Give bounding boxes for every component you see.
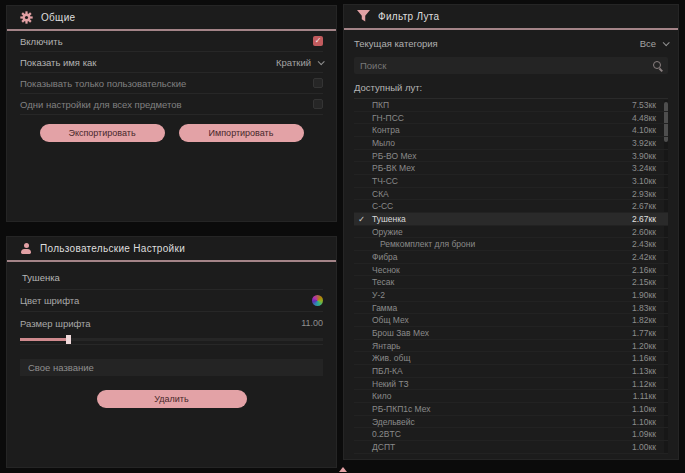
custom-name-input[interactable] (20, 359, 323, 376)
loot-item-row[interactable]: Тесак2.15кк (354, 276, 668, 289)
custom-panel-title: Пользовательские Настройки (40, 243, 185, 254)
setting-label: Включить (20, 36, 63, 47)
search-input[interactable]: Поиск (354, 57, 668, 74)
loot-item-name: Фибра (372, 252, 398, 262)
name-mode-dropdown[interactable]: Краткий (276, 57, 323, 68)
loot-item-name: Кило (372, 391, 391, 401)
loot-item-row[interactable]: ПКП7.53кк (354, 99, 668, 112)
loot-item-value: 1.16кк (632, 353, 656, 363)
loot-item-row[interactable]: ✓Тушенка2.67кк (354, 213, 668, 226)
loot-item-name: Брош Зав Мех (372, 328, 429, 338)
font-size-value: 11.00 (301, 318, 323, 328)
loot-panel-title: Фильтр Лута (378, 11, 439, 22)
category-dropdown[interactable]: Все (640, 38, 668, 49)
slider-fill (20, 338, 68, 341)
general-setting-row: Включить✓ (20, 31, 323, 52)
loot-item-value: 3.90кк (632, 151, 656, 161)
font-color-label: Цвет шрифта (20, 295, 79, 306)
loot-item-row[interactable]: Эдельвейс1.10кк (354, 416, 668, 429)
loot-item-row[interactable]: Жив. общ1.16кк (354, 352, 668, 365)
loot-item-row[interactable]: Общ Мех1.82кк (354, 314, 668, 327)
custom-panel-header: Пользовательские Настройки (7, 237, 336, 262)
font-size-label: Размер шрифта (20, 318, 91, 329)
check-icon: ✓ (358, 214, 365, 224)
custom-settings-panel: Пользовательские Настройки Тушенка Цвет … (6, 236, 337, 468)
loot-item-row[interactable]: РБ-ВО Мех3.90кк (354, 150, 668, 163)
loot-item-name: Контра (372, 125, 400, 135)
loot-item-row[interactable]: Некий ТЗ1.12кк (354, 378, 668, 391)
loot-item-row[interactable]: СКА2.93кк (354, 188, 668, 201)
loot-item-row[interactable]: ДСПТ1.00кк (354, 441, 668, 454)
category-row: Текущая категория Все (354, 30, 668, 57)
checkbox-checked[interactable]: ✓ (313, 36, 323, 46)
loot-item-name: СКА (372, 189, 389, 199)
loot-item-row[interactable]: ПБЛ-КА1.13кк (354, 365, 668, 378)
font-size-row: Размер шрифта 11.00 (20, 312, 323, 334)
loot-item-row[interactable]: Мыло3.92кк (354, 137, 668, 150)
loot-item-row[interactable]: Гамма1.83кк (354, 302, 668, 315)
loot-item-row[interactable]: Брош Зав Мех1.77кк (354, 327, 668, 340)
loot-item-name: ТЧ-СС (372, 176, 398, 186)
loot-item-row[interactable]: Оружие2.60кк (354, 226, 668, 239)
loot-item-name: С-СС (372, 201, 393, 211)
loot-item-row[interactable]: ГН-ПСС4.48кк (354, 112, 668, 125)
font-size-slider[interactable] (20, 335, 323, 345)
loot-item-value: 2.67кк (632, 201, 656, 211)
import-button[interactable]: Импортировать (179, 124, 304, 142)
loot-item-value: 2.60кк (632, 227, 656, 237)
triangle-up-icon[interactable] (339, 467, 347, 472)
loot-item-name: Тесак (372, 277, 394, 287)
loot-item-value: 1.20кк (632, 341, 656, 351)
loot-item-name: Некий ТЗ (372, 379, 409, 389)
loot-item-row[interactable]: 0.2BTC1.09кк (354, 428, 668, 441)
loot-item-name: 0.2BTC (372, 429, 401, 439)
color-wheel-icon[interactable] (312, 295, 323, 306)
general-setting-row: Показать имя какКраткий (20, 52, 323, 73)
loot-item-value: 2.93кк (632, 189, 656, 199)
loot-item-value: 2.42кк (632, 252, 656, 262)
loot-item-row[interactable]: Ремкомплект для брони2.43кк (354, 238, 668, 251)
dropdown-value: Краткий (276, 57, 311, 68)
loot-item-name: У-2 (372, 290, 385, 300)
export-button[interactable]: Экспортировать (40, 124, 165, 142)
loot-item-value: 2.15кк (632, 277, 656, 287)
loot-item-value: 2.67кк (632, 214, 656, 224)
loot-item-row[interactable]: У-21.90кк (354, 289, 668, 302)
loot-item-row[interactable]: Кило1.11кк (354, 390, 668, 403)
checkbox-unchecked[interactable] (313, 99, 323, 109)
loot-item-value: 2.16кк (632, 265, 656, 275)
loot-item-row[interactable]: ТЧ-СС3.10кк (354, 175, 668, 188)
loot-item-row[interactable]: Фибра2.42кк (354, 251, 668, 264)
magnifier-icon[interactable] (653, 61, 662, 70)
loot-item-name: Оружие (372, 227, 403, 237)
setting-label: Одни настройки для всех предметов (20, 99, 182, 110)
loot-item-row[interactable]: Чеснок2.16кк (354, 264, 668, 277)
loot-item-value: 1.82кк (632, 315, 656, 325)
loot-item-value: 1.11кк (633, 391, 656, 401)
general-settings-rows: Включить✓Показать имя какКраткийПоказыва… (7, 31, 336, 115)
slider-thumb[interactable] (66, 335, 71, 344)
checkbox-unchecked[interactable] (313, 78, 323, 88)
loot-item-name: Янтарь (372, 341, 401, 351)
funnel-icon (357, 10, 370, 23)
loot-item-name: Жив. общ (372, 353, 410, 363)
general-setting-row: Показывать только пользовательские (20, 73, 323, 94)
loot-item-row[interactable]: С-СС2.67кк (354, 200, 668, 213)
loot-item-row[interactable]: РБ-ПКП1с Мех1.10кк (354, 403, 668, 416)
loot-item-value: 3.10кк (632, 176, 656, 186)
chevron-down-icon (318, 58, 325, 65)
delete-button[interactable]: Удалить (97, 390, 247, 408)
gear-icon (20, 11, 33, 24)
general-panel: Общие Включить✓Показать имя какКраткийПо… (6, 5, 337, 222)
loot-panel-header: Фильтр Лута (344, 5, 678, 30)
general-setting-row: Одни настройки для всех предметов (20, 94, 323, 115)
loot-item-row[interactable]: Контра4.10кк (354, 124, 668, 137)
loot-item-name: РБ-ВК Мех (372, 163, 415, 173)
loot-item-value: 1.00кк (632, 442, 656, 452)
loot-item-value: 4.48кк (632, 113, 656, 123)
mod-settings-window: Общие Включить✓Показать имя какКраткийПо… (0, 0, 685, 473)
loot-item-row[interactable]: Янтарь1.20кк (354, 340, 668, 353)
loot-item-row[interactable]: РБ-ВК Мех3.24кк (354, 162, 668, 175)
loot-item-value: 2.43кк (632, 239, 656, 249)
category-value: Все (640, 38, 656, 49)
